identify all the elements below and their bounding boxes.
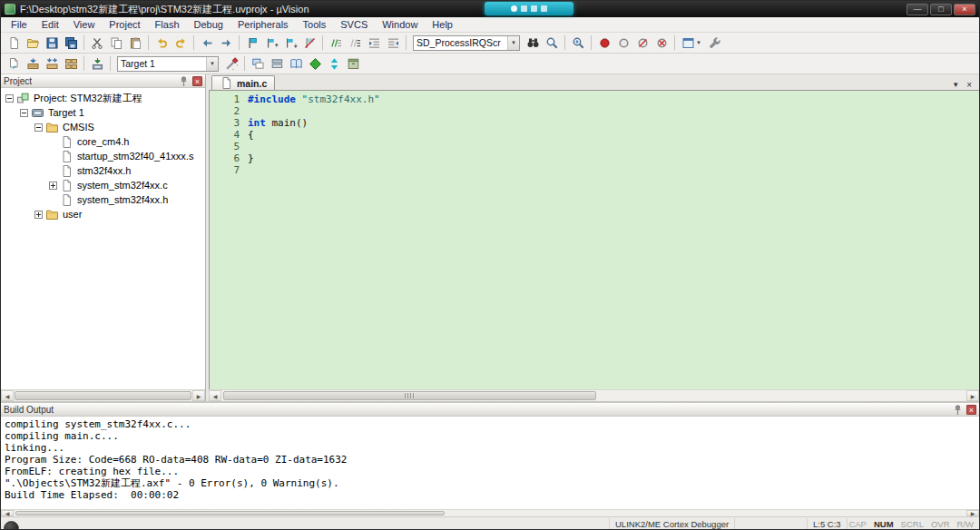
scrollbar-track[interactable] xyxy=(221,390,966,401)
code-line-4[interactable]: 4{ xyxy=(210,129,979,141)
line-number[interactable]: 3 xyxy=(210,117,248,129)
menu-window[interactable]: Window xyxy=(375,18,425,31)
scroll-right-icon[interactable]: ▶ xyxy=(192,390,205,401)
update-components-icon[interactable] xyxy=(325,55,343,73)
find-icon[interactable] xyxy=(543,34,561,52)
redo-icon[interactable] xyxy=(172,34,190,52)
code-line-1[interactable]: 1#include "stm32f4xx.h" xyxy=(210,93,979,105)
tree-item-project-root[interactable]: Project: STM32新建工程 xyxy=(1,91,205,105)
find-in-files-icon[interactable] xyxy=(524,34,542,52)
pack-installer-icon[interactable] xyxy=(344,55,362,73)
dropdown-icon[interactable]: ▼ xyxy=(507,36,519,50)
build-output-close-icon[interactable]: × xyxy=(966,405,976,415)
tree-item-stm32f4xx-h[interactable]: stm32f4xx.h xyxy=(1,163,205,178)
indent-icon[interactable] xyxy=(365,34,383,52)
tree-item-core-cm4-h[interactable]: core_cm4.h xyxy=(1,134,205,149)
download-icon[interactable] xyxy=(88,55,106,73)
tree-expander-plus-icon[interactable] xyxy=(49,182,57,190)
rebuild-icon[interactable] xyxy=(43,55,61,73)
target-select-combo[interactable]: Target 1▼ xyxy=(117,56,219,72)
bookmark-toggle-icon[interactable] xyxy=(243,34,261,52)
screen-recorder-overlay[interactable] xyxy=(485,2,573,15)
code-line-5[interactable]: 5 xyxy=(210,141,979,152)
batch-build-icon[interactable] xyxy=(62,55,80,73)
maximize-button[interactable]: □ xyxy=(930,4,952,15)
tree-item-cmsis[interactable]: CMSIS xyxy=(1,120,205,134)
scroll-right-icon[interactable]: ▶ xyxy=(966,510,979,516)
runtime-environment-icon[interactable] xyxy=(306,55,324,73)
save-all-icon[interactable] xyxy=(62,34,80,52)
bottom-hscrollbar[interactable]: ◀ ▶ xyxy=(1,509,979,516)
tree-item-startup-stm32f40-41xxx-s[interactable]: startup_stm32f40_41xxx.s xyxy=(1,149,205,163)
scrollbar-track[interactable] xyxy=(14,510,966,516)
menu-tools[interactable]: Tools xyxy=(296,18,334,31)
copy-icon[interactable] xyxy=(107,34,125,52)
line-number[interactable]: 7 xyxy=(210,164,248,176)
paste-icon[interactable] xyxy=(126,34,144,52)
tree-expander-plus-icon[interactable] xyxy=(34,211,43,219)
manage-books-icon[interactable] xyxy=(287,55,305,73)
line-number[interactable]: 1 xyxy=(210,93,248,105)
editor-hscrollbar[interactable]: ◀ ▶ xyxy=(209,389,979,401)
bookmark-prev-icon[interactable] xyxy=(262,34,280,52)
project-hscrollbar[interactable]: ◀ ▶ xyxy=(1,389,205,401)
minimize-button[interactable]: — xyxy=(906,4,928,15)
code-line-3[interactable]: 3int main() xyxy=(210,117,979,129)
breakpoint-disable-icon[interactable] xyxy=(614,34,632,52)
bookmark-next-icon[interactable] xyxy=(281,34,299,52)
scroll-right-icon[interactable]: ▶ xyxy=(966,390,979,401)
code-editor[interactable]: 1#include "stm32f4xx.h"23int main()4{56}… xyxy=(209,91,979,389)
translate-icon[interactable] xyxy=(5,55,23,73)
tab-main-c[interactable]: main.c xyxy=(211,75,275,90)
scroll-left-icon[interactable]: ◀ xyxy=(209,390,221,401)
scrollbar-track[interactable] xyxy=(14,390,192,401)
breakpoint-icon[interactable] xyxy=(595,34,613,52)
pin-icon[interactable] xyxy=(951,403,965,417)
scroll-left-icon[interactable]: ◀ xyxy=(1,510,14,516)
search-text-combo[interactable]: SD_ProcessIRQScr▼ xyxy=(413,35,520,51)
nav-back-icon[interactable] xyxy=(198,34,216,52)
code-line-7[interactable]: 7 xyxy=(210,164,979,176)
close-document-icon[interactable]: × xyxy=(966,80,972,90)
new-file-icon[interactable] xyxy=(5,34,23,52)
line-number[interactable]: 4 xyxy=(210,129,248,141)
code-line-6[interactable]: 6} xyxy=(210,152,979,164)
undo-icon[interactable] xyxy=(152,34,171,52)
menu-svcs[interactable]: SVCS xyxy=(333,18,375,31)
menu-help[interactable]: Help xyxy=(425,18,460,31)
nav-forward-icon[interactable] xyxy=(217,34,235,52)
line-number[interactable]: 6 xyxy=(210,152,248,164)
build-output-log[interactable]: compiling system_stm32f4xx.c...compiling… xyxy=(1,417,979,509)
menu-project[interactable]: Project xyxy=(102,18,147,31)
configure-icon[interactable] xyxy=(705,34,723,52)
tree-item-system-stm32f4xx-h[interactable]: system_stm32f4xx.h xyxy=(1,192,205,207)
open-file-icon[interactable] xyxy=(24,34,42,52)
menu-view[interactable]: View xyxy=(66,18,103,31)
breakpoint-disable-all-icon[interactable] xyxy=(633,34,652,52)
breakpoint-kill-all-icon[interactable] xyxy=(652,34,671,52)
file-extensions-icon[interactable] xyxy=(249,55,267,73)
tree-expander-minus-icon[interactable] xyxy=(20,109,28,117)
scrollbar-thumb[interactable] xyxy=(223,391,596,400)
document-list-dropdown-icon[interactable]: ▼ xyxy=(952,81,959,89)
tree-expander-minus-icon[interactable] xyxy=(5,94,14,103)
scrollbar-thumb[interactable] xyxy=(15,391,191,400)
code-line-2[interactable]: 2 xyxy=(210,105,979,117)
menu-edit[interactable]: Edit xyxy=(34,18,66,31)
bookmark-clear-icon[interactable] xyxy=(300,34,318,52)
cut-icon[interactable] xyxy=(88,34,106,52)
tree-item-system-stm32f4xx-c[interactable]: system_stm32f4xx.c xyxy=(1,178,205,192)
line-number[interactable]: 2 xyxy=(210,105,248,117)
tree-expander-minus-icon[interactable] xyxy=(34,123,43,132)
tree-item-user[interactable]: user xyxy=(1,207,205,221)
dropdown-icon[interactable]: ▼ xyxy=(696,40,701,45)
save-icon[interactable] xyxy=(43,34,61,52)
dropdown-icon[interactable]: ▼ xyxy=(206,57,218,71)
project-panel-close-icon[interactable]: × xyxy=(192,76,202,86)
menu-flash[interactable]: Flash xyxy=(148,18,187,31)
debug-windows-icon[interactable]: ▼ xyxy=(679,34,704,52)
zoom-icon[interactable] xyxy=(569,34,587,52)
menu-file[interactable]: File xyxy=(4,18,34,31)
scrollbar-thumb[interactable] xyxy=(15,511,445,515)
manage-multiproject-icon[interactable] xyxy=(268,55,286,73)
